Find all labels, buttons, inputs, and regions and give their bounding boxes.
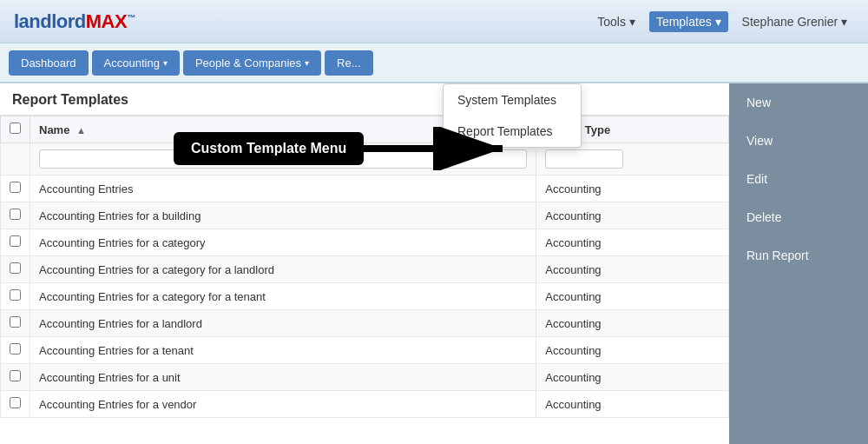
row-checkbox[interactable] [10,316,21,328]
sidebar-action-run-report[interactable]: Run Report [729,236,868,275]
row-report-type: Accounting [536,202,729,229]
templates-dropdown: System Templates Report Templates [443,83,582,148]
table-row[interactable]: Accounting Entries for a unitAccounting [1,364,729,391]
logo-landlord: landlord [14,10,86,32]
row-checkbox-cell[interactable] [1,202,30,229]
header-right: Tools ▾ Templates ▾ Stephane Grenier ▾ [590,11,854,32]
header: landlordMAX™ Tools ▾ Templates ▾ Stephan… [0,0,868,43]
sidebar-action-edit[interactable]: Edit [729,160,868,198]
row-name: Accounting Entries for a tenant [30,337,536,364]
sidebar-action-view[interactable]: View [729,122,868,160]
table-row[interactable]: Accounting Entries for a category for a … [1,283,729,310]
system-templates-item[interactable]: System Templates [444,84,581,116]
row-checkbox-cell[interactable] [1,283,30,310]
row-name: Accounting Entries for a landlord [30,310,536,337]
table-row[interactable]: Accounting Entries for a categoryAccount… [1,229,729,256]
row-checkbox[interactable] [10,182,21,193]
select-all-header[interactable] [1,116,30,143]
row-checkbox[interactable] [10,235,21,247]
table-row[interactable]: Accounting EntriesAccounting [1,176,729,202]
row-name: Accounting Entries for a category for a … [30,283,536,310]
nav-dashboard[interactable]: Dashboard [9,50,89,76]
row-checkbox-cell[interactable] [1,310,30,337]
table-header-row: Name ▲ Report Type [1,116,729,143]
row-name: Accounting Entries [30,176,536,202]
right-sidebar: NewViewEditDeleteRun Report [729,83,868,444]
table-wrapper[interactable]: Name ▲ Report Type [0,116,729,418]
table-row[interactable]: Accounting Entries for a tenantAccountin… [1,337,729,364]
row-name: Accounting Entries for a unit [30,364,536,391]
row-checkbox[interactable] [10,262,21,274]
nav-accounting[interactable]: Accounting ▾ [92,50,180,76]
content-area: Custom Template Menu Report Templates [0,83,729,444]
row-report-type: Accounting [536,256,729,283]
select-all-checkbox[interactable] [10,123,21,134]
nav-people[interactable]: People & Companies ▾ [183,50,321,76]
row-report-type: Accounting [536,229,729,256]
nav-reports[interactable]: Re... [325,50,372,76]
sort-arrow-name: ▲ [76,125,86,136]
row-report-type: Accounting [536,176,729,202]
row-name: Accounting Entries for a category [30,229,536,256]
reports-label: Re... [337,56,360,70]
table-body: Accounting EntriesAccountingAccounting E… [1,176,729,418]
row-report-type: Accounting [536,310,729,337]
name-filter-input[interactable] [39,149,527,169]
table-row[interactable]: Accounting Entries for a buildingAccount… [1,202,729,229]
templates-dropdown-overlay: System Templates Report Templates [443,83,582,148]
row-name: Accounting Entries for a category for a … [30,256,536,283]
table-row[interactable]: Accounting Entries for a vendorAccountin… [1,391,729,418]
navbar: Dashboard Accounting ▾ People & Companie… [0,43,868,83]
row-report-type: Accounting [536,391,729,418]
report-templates-table: Name ▲ Report Type [0,116,729,418]
logo-max: MAX [86,10,127,32]
table-row[interactable]: Accounting Entries for a category for a … [1,256,729,283]
page-title: Report Templates [0,83,729,116]
row-report-type: Accounting [536,364,729,391]
row-checkbox[interactable] [10,343,21,355]
row-checkbox-cell[interactable] [1,229,30,256]
sidebar-action-new[interactable]: New [729,83,868,122]
report-templates-item[interactable]: Report Templates [444,116,581,147]
row-checkbox-cell[interactable] [1,337,30,364]
main-layout: Custom Template Menu Report Templates [0,83,868,444]
row-checkbox-cell[interactable] [1,256,30,283]
sidebar-action-delete[interactable]: Delete [729,198,868,236]
row-checkbox[interactable] [10,289,21,301]
row-checkbox[interactable] [10,397,21,408]
report-type-filter-cell[interactable] [536,143,729,176]
row-name: Accounting Entries for a building [30,202,536,229]
row-name: Accounting Entries for a vendor [30,391,536,418]
user-menu-button[interactable]: Stephane Grenier ▾ [735,11,854,32]
logo: landlordMAX™ [14,10,135,33]
templates-button[interactable]: Templates ▾ [649,11,728,32]
people-caret: ▾ [305,58,309,68]
row-checkbox-cell[interactable] [1,364,30,391]
table-row[interactable]: Accounting Entries for a landlordAccount… [1,310,729,337]
name-filter-cell[interactable] [30,143,536,176]
tools-button[interactable]: Tools ▾ [590,11,642,32]
row-checkbox[interactable] [10,209,21,220]
row-checkbox-cell[interactable] [1,176,30,202]
accounting-caret: ▾ [163,58,168,68]
row-checkbox-cell[interactable] [1,391,30,418]
report-type-filter-input[interactable] [545,149,623,169]
row-checkbox[interactable] [10,370,21,381]
row-report-type: Accounting [536,283,729,310]
filter-checkbox-cell [1,143,30,176]
logo-tm: ™ [127,12,135,22]
filter-row [1,143,729,176]
row-report-type: Accounting [536,337,729,364]
